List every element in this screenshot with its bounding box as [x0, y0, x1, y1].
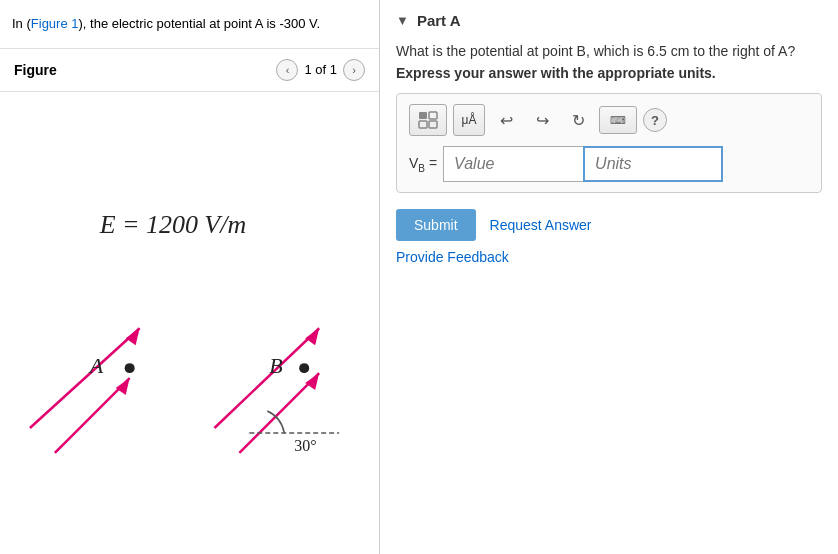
- svg-rect-16: [429, 112, 437, 119]
- problem-suffix: ), the electric potential at point A is …: [79, 16, 321, 31]
- svg-marker-2: [126, 328, 140, 345]
- problem-text: In (Figure 1), the electric potential at…: [0, 0, 379, 49]
- redo-button[interactable]: ↪: [527, 105, 557, 135]
- problem-prefix: In (: [12, 16, 31, 31]
- keyboard-icon: ⌨: [610, 114, 626, 127]
- question-text: What is the potential at point B, which …: [396, 43, 822, 59]
- svg-rect-17: [419, 121, 427, 128]
- right-panel: ▼ Part A What is the potential at point …: [380, 0, 838, 554]
- mu-label: μÅ: [462, 113, 477, 127]
- svg-text:30°: 30°: [294, 436, 316, 453]
- provide-feedback-link[interactable]: Provide Feedback: [396, 249, 822, 265]
- part-label: Part A: [417, 12, 461, 29]
- value-input[interactable]: [443, 146, 583, 182]
- part-header: ▼ Part A: [396, 12, 822, 29]
- svg-line-5: [214, 328, 319, 428]
- toolbar: μÅ ↩ ↪ ↻ ⌨ ?: [409, 104, 809, 136]
- refresh-icon: ↻: [572, 111, 585, 130]
- svg-text:A: A: [88, 353, 104, 378]
- matrix-icon: [418, 111, 438, 129]
- actions-row: Submit Request Answer: [396, 209, 822, 241]
- svg-rect-18: [429, 121, 437, 128]
- keyboard-button[interactable]: ⌨: [599, 106, 637, 134]
- figure-nav: ‹ 1 of 1 ›: [276, 59, 365, 81]
- units-input[interactable]: [583, 146, 723, 182]
- svg-text:E = 1200 V/m: E = 1200 V/m: [99, 210, 246, 239]
- figure-link[interactable]: Figure 1: [31, 16, 79, 31]
- vb-label: VB =: [409, 155, 437, 174]
- svg-marker-4: [116, 378, 130, 395]
- prev-page-button[interactable]: ‹: [276, 59, 298, 81]
- redo-icon: ↪: [536, 111, 549, 130]
- svg-rect-15: [419, 112, 427, 119]
- figure-label: Figure: [14, 62, 57, 78]
- figure-label-row: Figure ‹ 1 of 1 ›: [0, 49, 379, 92]
- svg-marker-8: [305, 373, 319, 390]
- vb-subscript: B: [418, 162, 425, 173]
- mu-button[interactable]: μÅ: [453, 104, 485, 136]
- express-text: Express your answer with the appropriate…: [396, 65, 822, 81]
- svg-point-9: [125, 363, 135, 373]
- pagination-text: 1 of 1: [304, 62, 337, 77]
- figure-diagram: E = 1200 V/m A B: [0, 92, 379, 555]
- undo-icon: ↩: [500, 111, 513, 130]
- svg-marker-6: [305, 328, 319, 345]
- answer-box: μÅ ↩ ↪ ↻ ⌨ ? VB =: [396, 93, 822, 193]
- left-panel: In (Figure 1), the electric potential at…: [0, 0, 380, 554]
- matrix-button[interactable]: [409, 104, 447, 136]
- help-button[interactable]: ?: [643, 108, 667, 132]
- figure-canvas: E = 1200 V/m A B: [0, 92, 379, 555]
- submit-button[interactable]: Submit: [396, 209, 476, 241]
- request-answer-link[interactable]: Request Answer: [490, 217, 592, 233]
- undo-button[interactable]: ↩: [491, 105, 521, 135]
- svg-text:B: B: [269, 353, 282, 378]
- help-icon: ?: [651, 113, 659, 128]
- input-row: VB =: [409, 146, 809, 182]
- refresh-button[interactable]: ↻: [563, 105, 593, 135]
- svg-line-1: [30, 328, 140, 428]
- collapse-arrow[interactable]: ▼: [396, 13, 409, 28]
- svg-point-11: [299, 363, 309, 373]
- next-page-button[interactable]: ›: [343, 59, 365, 81]
